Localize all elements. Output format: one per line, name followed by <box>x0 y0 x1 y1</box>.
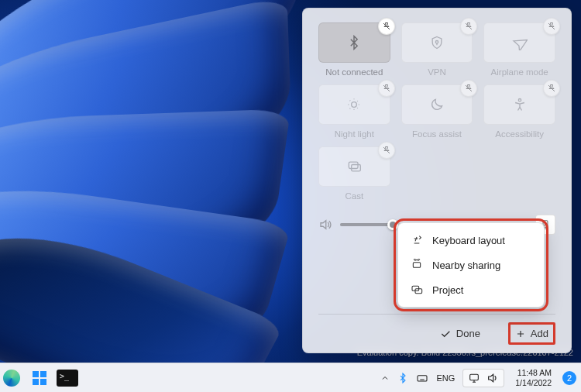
airplane-icon <box>512 35 528 50</box>
unpin-icon <box>464 84 473 93</box>
bluetooth-icon <box>346 35 362 50</box>
svg-rect-11 <box>418 375 427 380</box>
notification-badge[interactable]: 2 <box>562 371 576 385</box>
unpin-icon <box>382 22 391 31</box>
tile-airplane-unpin[interactable] <box>543 18 560 35</box>
done-label: Done <box>456 328 480 339</box>
tile-cast-label: Cast <box>318 191 390 201</box>
menu-item-label: Nearby sharing <box>432 260 500 271</box>
tile-focusassist-label: Focus assist <box>401 129 473 139</box>
taskbar-left <box>5 366 79 390</box>
speaker-icon <box>318 218 332 232</box>
clock-date: 1/14/2022 <box>515 378 552 387</box>
terminal-icon <box>57 370 78 387</box>
unpin-icon <box>382 84 391 93</box>
svg-point-1 <box>352 102 357 108</box>
tile-bluetooth-label: Not connected <box>318 67 390 77</box>
speaker-icon <box>486 372 499 384</box>
keyboard-layout-icon <box>411 234 423 246</box>
vpn-shield-icon <box>429 35 445 50</box>
accessibility-icon <box>512 97 528 112</box>
tray-overflow[interactable] <box>380 373 390 383</box>
tile-accessibility-label: Accessibility <box>483 129 555 139</box>
taskbar-terminal[interactable] <box>56 366 79 390</box>
tile-cast: Cast <box>318 146 390 201</box>
svg-rect-4 <box>352 165 361 171</box>
done-button[interactable]: Done <box>435 322 485 345</box>
add-button[interactable]: Add <box>508 322 555 345</box>
svg-rect-8 <box>413 263 420 268</box>
tile-vpn-label: VPN <box>401 67 473 77</box>
unpin-icon <box>382 146 391 155</box>
svg-point-0 <box>435 41 438 43</box>
svg-rect-12 <box>470 374 479 380</box>
unpin-icon <box>547 84 556 93</box>
tile-vpn: VPN <box>401 22 473 77</box>
bluetooth-icon <box>397 373 408 383</box>
menu-item-label: Keyboard layout <box>432 235 505 246</box>
unpin-icon <box>464 22 473 31</box>
tile-vpn-unpin[interactable] <box>460 18 477 35</box>
tile-airplane: Airplane mode <box>483 22 555 77</box>
system-tray[interactable] <box>462 369 504 387</box>
plus-icon <box>515 328 526 339</box>
nightlight-icon <box>346 97 362 112</box>
tile-nightlight: Night light <box>318 84 390 139</box>
taskbar-clock[interactable]: 11:48 AM 1/14/2022 <box>515 368 552 387</box>
menu-item-nearby-sharing[interactable]: Nearby sharing <box>398 253 544 277</box>
nearby-sharing-icon <box>411 259 423 271</box>
quick-settings-panel: Not connected VPN Airplane mode <box>302 8 572 353</box>
panel-footer: Done Add <box>318 314 555 345</box>
tile-nightlight-unpin[interactable] <box>378 80 395 97</box>
taskbar-edge[interactable] <box>0 366 23 390</box>
menu-item-project[interactable]: Project <box>398 277 544 302</box>
focus-assist-moon-icon <box>429 97 445 112</box>
windows-logo-icon <box>33 371 46 385</box>
tile-focusassist: Focus assist <box>401 84 473 139</box>
unpin-icon <box>547 22 556 31</box>
menu-item-label: Project <box>432 284 463 296</box>
check-icon <box>439 328 452 340</box>
network-icon <box>468 372 480 384</box>
svg-point-7 <box>545 222 545 223</box>
tile-bluetooth: Not connected <box>318 22 390 77</box>
quick-settings-tiles: Not connected VPN Airplane mode <box>318 22 555 201</box>
chevron-up-icon <box>380 373 390 383</box>
tray-ime[interactable] <box>416 372 428 384</box>
tile-accessibility-unpin[interactable] <box>543 80 560 97</box>
tile-focusassist-unpin[interactable] <box>460 80 477 97</box>
tile-accessibility: Accessibility <box>483 84 555 139</box>
language-indicator[interactable]: ENG <box>436 373 455 383</box>
menu-item-keyboard-layout[interactable]: Keyboard layout <box>398 228 544 253</box>
keyboard-icon <box>416 372 428 384</box>
project-icon <box>411 284 423 296</box>
svg-point-2 <box>518 99 521 101</box>
tile-cast-unpin[interactable] <box>378 142 395 159</box>
clock-time: 11:48 AM <box>515 368 552 377</box>
tray-bluetooth[interactable] <box>397 373 408 383</box>
svg-rect-3 <box>349 162 359 168</box>
add-menu: Keyboard layout Nearby sharing Project <box>397 222 545 308</box>
add-label: Add <box>531 328 548 339</box>
edge-icon <box>3 370 20 387</box>
tile-nightlight-label: Night light <box>318 129 390 139</box>
cast-icon <box>346 159 362 174</box>
taskbar-start[interactable] <box>28 366 51 390</box>
tile-bluetooth-unpin[interactable] <box>378 18 395 35</box>
taskbar: ENG 11:48 AM 1/14/2022 2 <box>0 363 581 392</box>
taskbar-right: ENG 11:48 AM 1/14/2022 2 <box>380 368 576 387</box>
tile-airplane-label: Airplane mode <box>483 67 555 77</box>
